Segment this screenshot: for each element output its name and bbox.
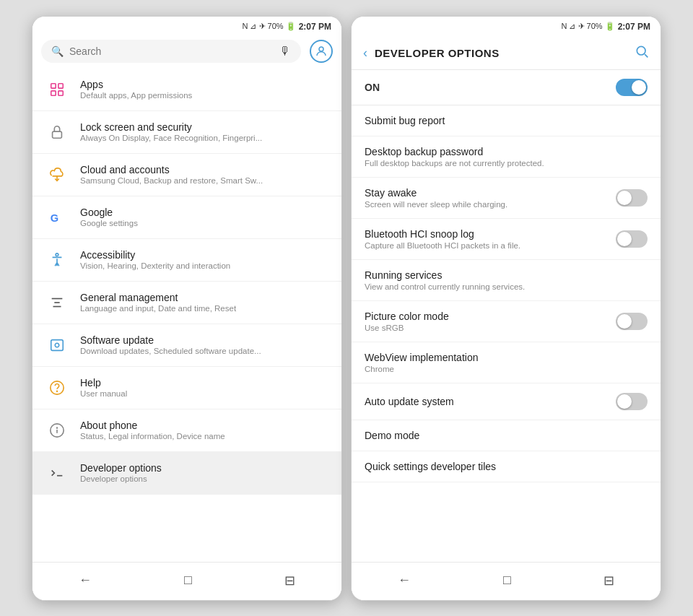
settings-icon-general [44,290,70,316]
settings-title-general: General management [80,292,236,303]
recents-button-left[interactable]: ⊟ [270,570,310,591]
settings-icon-about [44,417,70,443]
settings-icon-software [44,332,70,358]
dev-title-demo-mode: Demo mode [365,430,648,441]
svg-point-8 [56,253,58,256]
settings-item-general[interactable]: General management Language and input, D… [32,282,341,324]
settings-subtitle-about: Status, Legal information, Device name [80,432,225,441]
settings-title-google: Google [80,207,138,218]
dev-title-desktop-backup: Desktop backup password [365,146,648,157]
status-icons-left: N ⊿ ✈ 70% 🔋 [242,22,295,31]
dev-on-toggle[interactable] [616,79,648,96]
dev-title-bluetooth-hci: Bluetooth HCI snoop log [365,228,616,240]
settings-item-lock-screen[interactable]: Lock screen and security Always On Displ… [32,111,341,154]
dev-item-picture-color[interactable]: Picture color mode Use sRGB [352,301,661,342]
dev-title-auto-update: Auto update system [365,396,616,407]
settings-subtitle-software: Download updates, Scheduled software upd… [80,347,261,355]
dev-subtitle-stay-awake: Screen will never sleep while charging. [365,200,616,209]
bottom-nav-left: ← □ ⊟ [32,562,341,600]
toggle-knob-stay-awake [617,191,632,205]
svg-rect-5 [53,131,62,138]
settings-icon-google: G [44,204,70,230]
back-icon[interactable]: ‹ [363,45,367,61]
dev-item-quick-settings[interactable]: Quick settings developer tiles [352,451,661,482]
status-bar-left: N ⊿ ✈ 70% 🔋 2:07 PM [32,17,341,37]
dev-subtitle-picture-color: Use sRGB [365,324,616,332]
settings-subtitle-general: Language and input, Date and time, Reset [80,304,236,313]
settings-item-software[interactable]: Software update Download updates, Schedu… [32,324,341,367]
search-icon-dev[interactable] [635,44,649,62]
dev-title-stay-awake: Stay awake [365,187,616,199]
on-label: ON [365,82,380,93]
settings-title-software: Software update [80,334,261,346]
search-bar[interactable]: 🔍 🎙 [41,40,301,63]
left-phone: N ⊿ ✈ 70% 🔋 2:07 PM 🔍 🎙 Apps Default app… [32,16,342,601]
toggle-knob-bluetooth-hci [617,232,632,246]
toggle-bluetooth-hci[interactable] [616,230,648,248]
settings-title-developer: Developer options [80,462,162,474]
settings-subtitle-developer: Developer options [80,474,162,483]
dev-title-submit-bug: Submit bug report [365,115,648,126]
dev-item-demo-mode[interactable]: Demo mode [352,420,661,451]
dev-title-quick-settings: Quick settings developer tiles [365,461,648,472]
dev-subtitle-desktop-backup: Full desktop backups are not currently p… [365,159,648,168]
toggle-stay-awake[interactable] [616,189,648,207]
time-left: 2:07 PM [299,22,331,32]
settings-subtitle-accessibility: Vision, Hearing, Dexterity and interacti… [80,261,230,270]
settings-item-cloud[interactable]: Cloud and accounts Samsung Cloud, Backup… [32,154,341,196]
dev-item-stay-awake[interactable]: Stay awake Screen will never sleep while… [352,178,661,219]
dev-item-desktop-backup[interactable]: Desktop backup password Full desktop bac… [352,136,661,178]
toggle-auto-update[interactable] [616,393,648,410]
settings-title-accessibility: Accessibility [80,249,230,261]
settings-icon-accessibility [44,247,70,273]
settings-item-accessibility[interactable]: Accessibility Vision, Hearing, Dexterity… [32,239,341,282]
svg-point-0 [319,47,323,51]
toggle-picture-color[interactable] [616,313,648,330]
time-right: 2:07 PM [618,22,650,32]
svg-text:G: G [51,212,58,223]
dev-title-webview: WebView implementation [365,352,648,363]
settings-icon-apps [44,77,70,103]
home-button-right[interactable]: □ [489,570,526,591]
dev-subtitle-bluetooth-hci: Capture all Bluetooth HCI packets in a f… [365,241,616,250]
dev-item-bluetooth-hci[interactable]: Bluetooth HCI snoop log Capture all Blue… [352,219,661,260]
settings-title-lock-screen: Lock screen and security [80,121,262,133]
svg-point-13 [55,343,59,347]
search-icon: 🔍 [51,45,64,57]
settings-item-apps[interactable]: Apps Default apps, App permissions [32,69,341,111]
home-button-left[interactable]: □ [170,570,206,591]
svg-rect-1 [51,83,56,87]
dev-item-submit-bug[interactable]: Submit bug report [352,105,661,136]
search-input[interactable] [69,45,274,57]
settings-item-about[interactable]: About phone Status, Legal information, D… [32,409,341,452]
settings-title-apps: Apps [80,79,192,90]
svg-rect-3 [51,90,56,95]
settings-title-cloud: Cloud and accounts [80,164,263,175]
settings-item-developer[interactable]: Developer options Developer options [32,452,341,495]
dev-item-auto-update[interactable]: Auto update system [352,383,661,420]
dev-item-webview[interactable]: WebView implementation Chrome [352,342,661,383]
bottom-nav-right: ← □ ⊟ [352,562,661,600]
settings-item-help[interactable]: Help User manual [32,367,341,409]
avatar-icon[interactable] [310,40,333,63]
dev-options-header: ‹ DEVELOPER OPTIONS [352,37,661,70]
right-phone: N ⊿ ✈ 70% 🔋 2:07 PM ‹ DEVELOPER OPTIONS … [351,16,661,601]
settings-item-google[interactable]: G Google Google settings [32,196,341,239]
back-button-left[interactable]: ← [64,570,106,591]
toggle-knob-picture-color [617,314,632,329]
toggle-knob [632,80,646,95]
svg-line-21 [645,54,648,57]
dev-subtitle-webview: Chrome [365,365,648,373]
toggle-knob-auto-update [617,394,632,409]
recents-button-right[interactable]: ⊟ [589,570,629,591]
svg-rect-4 [58,90,63,95]
status-icons-right: N ⊿ ✈ 70% 🔋 [561,22,614,31]
settings-subtitle-lock-screen: Always On Display, Face Recognition, Fin… [80,134,262,142]
dev-subtitle-running-services: View and control currently running servi… [365,282,648,291]
dev-on-row: ON [352,70,661,105]
settings-icon-lock-screen [44,119,70,145]
mic-icon[interactable]: 🎙 [279,45,291,58]
dev-item-running-services[interactable]: Running services View and control curren… [352,260,661,301]
svg-point-20 [637,46,645,55]
back-button-right[interactable]: ← [383,570,425,591]
